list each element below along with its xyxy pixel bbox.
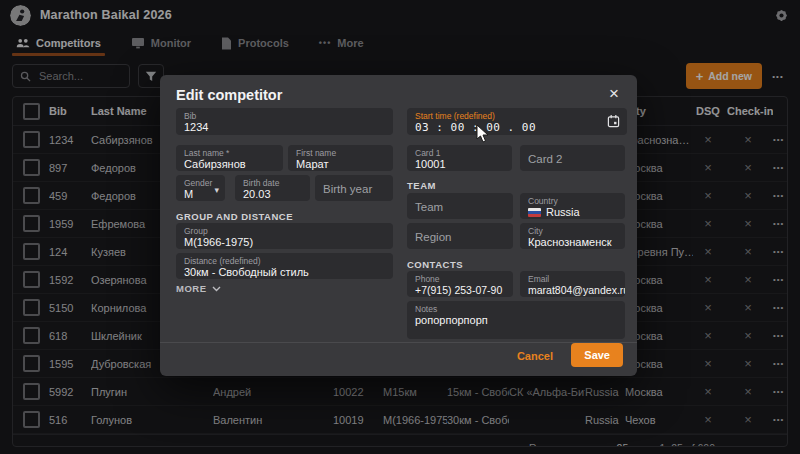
field-value: ропорпорпорп [415, 314, 617, 327]
russia-flag-icon [528, 208, 541, 217]
field-value: 20.03 [243, 188, 302, 201]
email-field[interactable]: Email marat804@yandex.ru [520, 271, 625, 297]
field-value: Сабирзянов [184, 158, 275, 171]
start-time-field[interactable]: Start time (redefined) 03 : 00 : 00 . 00 [407, 108, 627, 135]
field-label: First name [296, 148, 385, 158]
field-value: Russia [546, 206, 580, 218]
field-value: 1234 [184, 121, 385, 134]
group-field[interactable]: Group М(1966-1975) [176, 223, 393, 249]
field-label: Birth date [243, 178, 302, 188]
field-label: City [528, 226, 617, 236]
cancel-button[interactable]: Cancel [511, 349, 559, 363]
field-placeholder: Birth year [323, 183, 372, 195]
notes-field[interactable]: Notes ропорпорпорп [407, 301, 625, 339]
field-label: Distance (redefined) [184, 256, 385, 266]
chevron-down-icon [212, 286, 221, 292]
field-label: Notes [415, 304, 617, 314]
bib-field[interactable]: Bib 1234 [176, 108, 393, 135]
region-field[interactable]: Region [407, 223, 513, 249]
field-label: Start time (redefined) [415, 111, 619, 121]
more-toggle[interactable]: MORE [176, 283, 221, 294]
field-placeholder: Card 2 [528, 153, 563, 165]
phone-field[interactable]: Phone +7(915) 253-07-90 [407, 271, 513, 297]
section-group-distance: GROUP AND DISTANCE [176, 211, 293, 222]
field-label: Gender [184, 178, 217, 188]
dialog-title: Edit competitor [176, 87, 282, 103]
card2-field[interactable]: Card 2 [520, 145, 625, 171]
close-icon[interactable]: × [605, 83, 623, 104]
field-value: 10001 [415, 158, 504, 171]
field-value: Краснознаменск [528, 236, 617, 249]
section-contacts: CONTACTS [407, 259, 463, 270]
edit-competitor-dialog: Edit competitor × Bib 1234 Start time (r… [160, 75, 637, 376]
field-value: М(1966-1975) [184, 236, 385, 249]
team-field[interactable]: Team [407, 193, 513, 219]
distance-field[interactable]: Distance (redefined) 30км - Свободный ст… [176, 253, 393, 279]
chevron-down-icon: ▾ [214, 185, 219, 195]
country-field[interactable]: Country Russia [520, 193, 625, 219]
last-name-field[interactable]: Last name * Сабирзянов [176, 145, 283, 171]
birth-year-field[interactable]: Birth year [315, 175, 393, 201]
field-label: Email [528, 274, 617, 284]
more-label: MORE [176, 283, 207, 294]
app-window: Marathon Baikal 2026 Competitors Monitor [0, 0, 800, 454]
section-team: TEAM [407, 180, 436, 191]
gender-select[interactable]: Gender M ▾ [176, 175, 225, 201]
field-label: Last name * [184, 148, 275, 158]
field-label: Card 1 [415, 148, 504, 158]
calendar-icon[interactable] [607, 114, 620, 132]
field-label: Phone [415, 274, 505, 284]
card1-field[interactable]: Card 1 10001 [407, 145, 512, 171]
field-placeholder: Team [415, 201, 443, 213]
field-value: Марат [296, 158, 385, 171]
field-placeholder: Region [415, 231, 451, 243]
field-value: 30км - Свободный стиль [184, 266, 385, 279]
birth-date-field[interactable]: Birth date 20.03 [235, 175, 310, 201]
field-value: 03 : 00 : 00 . 00 [415, 121, 619, 134]
dialog-footer-divider [160, 342, 637, 343]
field-value: M [184, 188, 217, 201]
field-label: Bib [184, 111, 385, 121]
first-name-field[interactable]: First name Марат [288, 145, 393, 171]
field-label: Country [528, 196, 617, 206]
field-value: marat804@yandex.ru [528, 284, 617, 297]
save-button[interactable]: Save [571, 343, 623, 367]
field-value: +7(915) 253-07-90 [415, 284, 505, 297]
city-field[interactable]: City Краснознаменск [520, 223, 625, 249]
field-label: Group [184, 226, 385, 236]
